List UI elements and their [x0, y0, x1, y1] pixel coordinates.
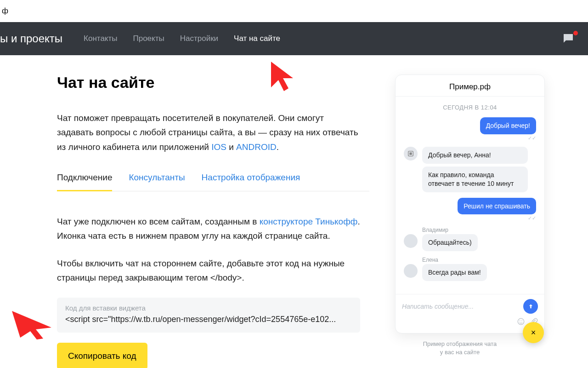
read-ticks-icon: ✓✓ — [528, 215, 536, 221]
svg-point-6 — [521, 321, 522, 322]
preview-header: Пример.рф — [396, 75, 544, 97]
bubble-out: Добрый вечер! — [480, 117, 536, 134]
messages-icon[interactable] — [561, 32, 577, 46]
close-icon: × — [531, 328, 536, 338]
preview-date: СЕГОДНЯ В 12:04 — [404, 104, 536, 111]
preview-caption: Пример отображения чата у вас на сайте — [395, 340, 545, 356]
send-button[interactable] — [523, 299, 538, 314]
notification-dot-icon — [573, 31, 578, 35]
brand-suffix: ф — [0, 0, 588, 22]
preview-input-area — [396, 294, 544, 333]
ios-link[interactable]: IOS — [211, 142, 226, 152]
chat-preview: Пример.рф СЕГОДНЯ В 12:04 Добрый вечер! … — [395, 75, 545, 334]
svg-rect-0 — [565, 36, 571, 37]
bot-message-block: Добрый вечер, Анна! Как правило, команда… — [404, 147, 536, 192]
person-avatar-icon — [404, 264, 418, 278]
bot-avatar-icon — [404, 147, 418, 161]
nav-item-contacts[interactable]: Контакты — [84, 34, 117, 43]
tab-connection[interactable]: Подключение — [57, 172, 112, 191]
codebox-content: <script src="https://w.tb.ru/open-messen… — [65, 315, 352, 324]
nav-section-title: ы и проекты — [0, 32, 62, 45]
message-out: Добрый вечер! ✓✓ — [404, 117, 536, 141]
agent-message: Всегда рады вам! — [404, 264, 536, 281]
agent-message: Обращайтесь) — [404, 234, 536, 251]
svg-rect-1 — [565, 38, 570, 39]
codebox-label: Код для вставки виджета — [65, 304, 352, 312]
tab-display-settings[interactable]: Настройка отображения — [202, 172, 300, 191]
nav-item-settings[interactable]: Настройки — [180, 34, 218, 43]
page-title: Чат на сайте — [57, 74, 369, 92]
emoji-icon[interactable] — [517, 317, 525, 328]
svg-point-5 — [520, 321, 520, 322]
tab-consultants[interactable]: Консультанты — [129, 172, 185, 191]
lead-text: Чат поможет превращать посетителей в пок… — [57, 113, 358, 152]
bubble-in: Как правило, команда отвечает в течение … — [422, 167, 528, 192]
desc-constructor: Чат уже подключен ко всем сайтам, создан… — [57, 214, 360, 243]
person-avatar-icon — [404, 234, 418, 248]
sender-name: Владимир — [422, 227, 536, 233]
close-widget-button[interactable]: × — [523, 322, 544, 343]
copy-code-button[interactable]: Скопировать код — [57, 343, 147, 368]
svg-point-4 — [518, 318, 524, 325]
preview-message-input[interactable] — [402, 303, 523, 310]
constructor-link[interactable]: конструкторе Тинькофф — [260, 217, 358, 226]
nav-item-chat[interactable]: Чат на сайте — [234, 34, 280, 43]
embed-code-box[interactable]: Код для вставки виджета <script src="htt… — [57, 298, 360, 333]
bubble-in: Всегда рады вам! — [422, 264, 487, 281]
nav-item-projects[interactable]: Проекты — [133, 34, 164, 43]
bubble-out: Решил не спрашивать — [458, 198, 536, 215]
android-link[interactable]: ANDROID — [236, 142, 277, 152]
read-ticks-icon: ✓✓ — [528, 135, 536, 141]
sender-name: Елена — [422, 257, 536, 263]
brand-suffix-text: ф — [2, 6, 8, 16]
tabs: Подключение Консультанты Настройка отобр… — [57, 172, 369, 191]
svg-rect-3 — [409, 152, 412, 155]
bubble-in: Обращайтесь) — [422, 234, 478, 251]
bubble-in: Добрый вечер, Анна! — [422, 147, 528, 164]
page-lead: Чат поможет превращать посетителей в пок… — [57, 111, 360, 154]
desc-embed: Чтобы включить чат на стороннем сайте, д… — [57, 256, 360, 285]
navbar: ы и проекты Контакты Проекты Настройки Ч… — [0, 22, 588, 55]
message-out: Решил не спрашивать ✓✓ — [404, 198, 536, 222]
